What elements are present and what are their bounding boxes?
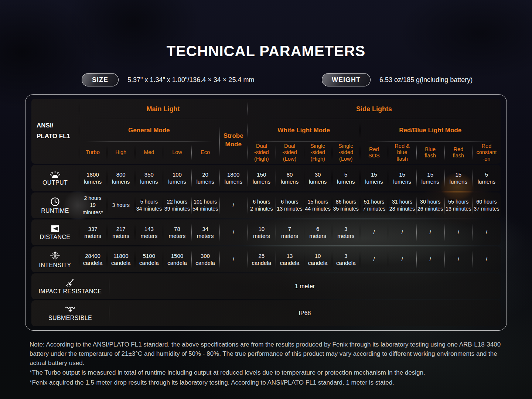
- table-cell: 1800 lumens: [219, 165, 248, 191]
- table-cell: 10 meters: [248, 219, 276, 245]
- table-cell: 3 meters: [332, 219, 360, 245]
- table-cell: 20 lumens: [191, 165, 219, 191]
- table-cell: 300 candela: [191, 246, 219, 272]
- table-cell: 30 lumens: [304, 165, 332, 191]
- table-cell: 350 lumens: [135, 165, 163, 191]
- group-side-lights: Side Lights: [248, 99, 501, 119]
- standard-line2: PLATO FL1: [37, 131, 79, 142]
- table-cell: 55 hours 13 minutes: [444, 192, 473, 218]
- subgroup-strobe-mode: Strobe Mode: [219, 119, 248, 164]
- impact-value: 1 meter: [109, 273, 501, 299]
- table-cell: 31 hours 28 minutes: [388, 192, 416, 218]
- table-cell: 6 hours 13 minutes: [276, 192, 304, 218]
- table-cell: 15 lumens: [444, 165, 473, 191]
- column-header: Single -sided (High): [304, 141, 332, 164]
- table-cell: 5100 candela: [135, 246, 163, 272]
- table-cell: 100 lumens: [163, 165, 191, 191]
- spec-table: ANSI/ PLATO FL1 Main Light Side Lights G…: [25, 94, 507, 331]
- page-background: TECHNICAL PARAMETERS SIZE 5.37" x 1.34" …: [0, 0, 532, 399]
- table-row-output: OUTPUT 1800 lumens800 lumens350 lumens10…: [31, 165, 501, 191]
- column-header: Eco: [191, 141, 219, 164]
- column-header: Red & blue flash: [388, 141, 416, 164]
- table-cell: 10 candela: [304, 246, 332, 272]
- row-label-text: INTENSITY: [39, 262, 71, 269]
- table-cell: 1800 lumens: [79, 165, 107, 191]
- table-cell: 15 lumens: [360, 165, 388, 191]
- row-label-text: OUTPUT: [42, 180, 68, 186]
- row-label-text: RUNTIME: [41, 208, 69, 214]
- runtime-cells: 2 hours 19 minutes*3 hours5 hours 34 min…: [79, 192, 501, 218]
- table-row-impact-resistance: IMPACT RESISTANCE 1 meter: [31, 273, 501, 299]
- subgroup-redblue-light-mode: Red/Blue Light Mode: [360, 119, 501, 141]
- table-cell: /: [444, 246, 473, 272]
- weight-spec: WEIGHT 6.53 oz/185 g(including battery): [322, 73, 473, 86]
- table-cell: 86 hours 35 minutes: [332, 192, 360, 218]
- table-cell: 15 hours 44 minutes: [304, 192, 332, 218]
- column-header: Blue flash: [416, 141, 444, 164]
- table-cell: /: [416, 246, 444, 272]
- group-main-light: Main Light: [79, 99, 248, 119]
- row-label-text: IMPACT RESISTANCE: [38, 288, 102, 295]
- table-cell: 143 meters: [135, 219, 163, 245]
- table-cell: 5 hours 34 minutes: [135, 192, 163, 218]
- table-cell: /: [360, 219, 388, 245]
- subgroup-white-light-mode: White Light Mode: [248, 119, 360, 141]
- table-cell: 11800 candela: [107, 246, 135, 272]
- table-header: ANSI/ PLATO FL1 Main Light Side Lights G…: [31, 99, 501, 164]
- distance-row-label: DISTANCE: [31, 219, 79, 245]
- target-icon: [50, 250, 60, 261]
- table-cell: 6 meters: [304, 219, 332, 245]
- column-header: Low: [163, 141, 191, 164]
- table-row-submersible: SUBMERSIBLE IP68: [31, 300, 501, 326]
- submersible-value: IP68: [109, 300, 501, 326]
- column-header: Dual -sided (Low): [276, 141, 304, 164]
- table-cell: 15 lumens: [416, 165, 444, 191]
- row-label-text: DISTANCE: [40, 234, 71, 241]
- submersible-row-label: SUBMERSIBLE: [31, 300, 109, 326]
- weight-badge: WEIGHT: [322, 73, 371, 86]
- table-cell: 7 meters: [276, 219, 304, 245]
- column-header: Dual -sided (High): [248, 141, 276, 164]
- distance-cells: 337 meters217 meters143 meters78 meters3…: [79, 219, 501, 245]
- table-row-runtime: RUNTIME 2 hours 19 minutes*3 hours5 hour…: [31, 192, 501, 218]
- table-cell: 28400 candela: [79, 246, 107, 272]
- table-cell: 15 lumens: [388, 165, 416, 191]
- intensity-cells: 28400 candela11800 candela5100 candela15…: [79, 246, 501, 272]
- footnote-line: Note: According to the ANSI/PLATO FL1 st…: [30, 340, 504, 368]
- table-cell: /: [360, 246, 388, 272]
- table-row-intensity: INTENSITY 28400 candela11800 candela5100…: [31, 246, 501, 272]
- clock-icon: [50, 197, 60, 207]
- table-cell: 30 hours 26 minutes: [416, 192, 444, 218]
- footnotes: Note: According to the ANSI/PLATO FL1 st…: [30, 340, 504, 388]
- column-header: Med: [135, 141, 163, 164]
- table-cell: 2 hours 19 minutes*: [79, 192, 107, 218]
- table-cell: 51 hours 7 minutes: [360, 192, 388, 218]
- runtime-row-label: RUNTIME: [31, 192, 79, 218]
- table-cell: 3 hours: [107, 192, 135, 218]
- column-headers-general: TurboHighMedLowEco: [79, 141, 219, 164]
- subgroup-general-mode: General Mode: [79, 119, 219, 141]
- column-header: Turbo: [79, 141, 107, 164]
- table-cell: 150 lumens: [248, 165, 276, 191]
- table-cell: /: [388, 219, 416, 245]
- table-cell: 101 hours 54 minutes: [191, 192, 219, 218]
- standard-line1: ANSI/: [37, 120, 79, 131]
- table-cell: 337 meters: [79, 219, 107, 245]
- water-splash-icon: [65, 306, 76, 314]
- table-cell: /: [219, 219, 248, 245]
- size-spec: SIZE 5.37" x 1.34" x 1.00"/136.4 × 34 × …: [82, 73, 254, 86]
- column-header: Single -sided (Low): [332, 141, 360, 164]
- table-cell: 217 meters: [107, 219, 135, 245]
- table-cell: 34 meters: [191, 219, 219, 245]
- table-cell: 78 meters: [163, 219, 191, 245]
- table-cell: 22 hours 39 minutes: [163, 192, 191, 218]
- sunrise-icon: [50, 170, 61, 178]
- impact-row-label: IMPACT RESISTANCE: [31, 273, 109, 299]
- table-cell: 80 lumens: [276, 165, 304, 191]
- table-cell: /: [444, 219, 473, 245]
- table-cell: 1500 candela: [163, 246, 191, 272]
- intensity-row-label: INTENSITY: [31, 246, 79, 272]
- column-header: Red flash: [444, 141, 473, 164]
- table-cell: 800 lumens: [107, 165, 135, 191]
- table-cell: /: [219, 192, 248, 218]
